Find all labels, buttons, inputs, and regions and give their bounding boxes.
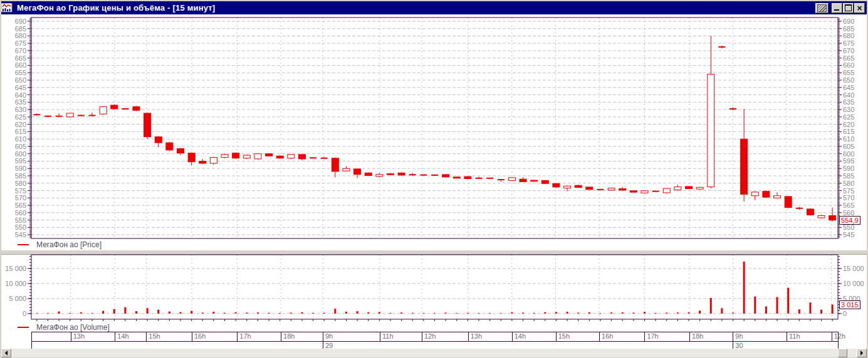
window-title: МегаФон ао График цены и объёма - [15 ми…: [17, 3, 215, 13]
price-y-axis-right[interactable]: [838, 18, 867, 238]
time-axis[interactable]: 13h14h15h16h17h18h9h11h12h13h14h15h16h17…: [0, 332, 868, 349]
volume-y-axis-left[interactable]: [1, 255, 31, 319]
hour-cell: 15h: [146, 332, 192, 341]
window-chart-icon: [3, 3, 14, 13]
hour-cell: 16h: [192, 332, 237, 341]
hour-cell: 14h: [512, 332, 556, 341]
hour-cell: 15h: [556, 332, 599, 341]
titlebar-buttons: ×: [815, 3, 865, 13]
hour-cell: 18h: [281, 332, 323, 341]
hour-cell: 17h: [237, 332, 281, 341]
hour-cell: [31, 332, 71, 341]
close-button[interactable]: ×: [854, 3, 865, 13]
volume-legend-label: МегаФон ао [Volume]: [36, 323, 110, 332]
hour-cell: 18h: [689, 332, 733, 341]
scroll-left-button[interactable]: [1, 349, 11, 357]
maximize-icon: [845, 4, 852, 11]
price-chart[interactable]: 5455455505505555555605605655655705705755…: [0, 15, 868, 243]
chart-window: МегаФон ао График цены и объёма - [15 ми…: [0, 0, 868, 358]
scroll-right-button[interactable]: [857, 349, 867, 357]
chart-properties-button[interactable]: [815, 3, 829, 13]
arrow-left-icon: [3, 350, 8, 355]
maximize-button[interactable]: [843, 3, 854, 13]
hour-cell: 13h: [71, 332, 115, 341]
time-axis-line: [31, 341, 838, 342]
hour-cell: 12h: [422, 332, 468, 341]
last-volume-badge: 3 015: [839, 300, 860, 309]
volume-legend: МегаФон ао [Volume]: [0, 323, 868, 332]
minimize-icon: [834, 9, 839, 11]
hour-cell: 13h: [468, 332, 512, 341]
arrow-right-icon: [860, 350, 865, 355]
price-series-dash-icon: [18, 244, 29, 245]
horizontal-scrollbar[interactable]: [1, 349, 867, 357]
hour-cell: 14h: [115, 332, 146, 341]
hour-cell: 9h: [323, 332, 380, 341]
hour-cell: 11h: [787, 332, 832, 341]
hour-cell: 17h: [644, 332, 689, 341]
last-price-badge: 554,9: [839, 216, 860, 225]
volume-series-dash-icon: [18, 327, 29, 328]
time-axis-line: [31, 332, 838, 332]
hatch-pattern-icon: [817, 4, 827, 12]
close-icon: ×: [856, 5, 862, 11]
time-axis-line: [838, 332, 839, 349]
scrollbar-thumb[interactable]: [838, 349, 847, 357]
volume-chart[interactable]: 005 0005 00010 00010 00015 00015 000: [0, 253, 868, 324]
minimize-button[interactable]: [832, 3, 842, 13]
hour-cell: 11h: [380, 332, 422, 341]
price-legend: МегаФон ао [Price]: [0, 240, 868, 250]
title-bar[interactable]: МегаФон ао График цены и объёма - [15 ми…: [1, 1, 867, 14]
price-legend-label: МегаФон ао [Price]: [36, 240, 102, 249]
volume-y-axis-right[interactable]: [838, 255, 867, 319]
hour-cell: 9h: [733, 332, 787, 341]
hour-cell: 12h: [832, 332, 838, 341]
price-y-axis-left[interactable]: [1, 18, 31, 238]
hour-cell: 16h: [599, 332, 644, 341]
